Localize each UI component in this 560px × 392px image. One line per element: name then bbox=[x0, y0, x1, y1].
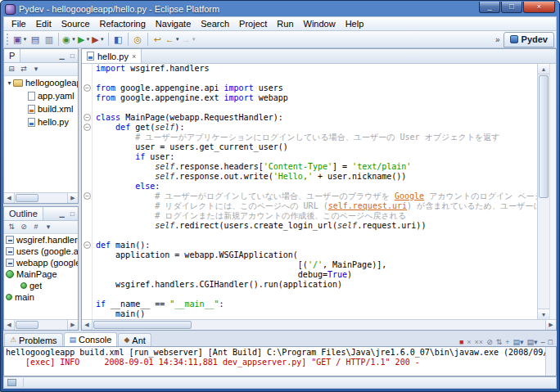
minimize-view-icon[interactable]: – bbox=[541, 339, 545, 346]
menu-run[interactable]: Run bbox=[272, 18, 298, 29]
tree-item-build-xml[interactable]: build.xml bbox=[4, 102, 78, 115]
run-external-tools-button[interactable]: ▶▼ bbox=[91, 32, 105, 47]
outline-item-get[interactable]: get bbox=[4, 280, 78, 291]
menu-file[interactable]: File bbox=[7, 18, 31, 29]
outline-item-mainpage[interactable]: MainPage bbox=[4, 268, 78, 280]
outline-item-main[interactable]: main bbox=[4, 291, 78, 303]
scroll-right-icon[interactable]: ▶ bbox=[67, 320, 78, 330]
scrollbar-thumb[interactable] bbox=[93, 321, 192, 329]
maximize-button[interactable]: □ bbox=[501, 2, 522, 13]
console-tab-console[interactable]: ▤Console bbox=[64, 332, 118, 346]
terminate-icon[interactable]: ■ bbox=[459, 339, 463, 346]
dropdown-arrow-icon[interactable]: ▼ bbox=[192, 37, 196, 42]
dropdown-arrow-icon[interactable]: ▼ bbox=[85, 37, 90, 42]
scroll-right-icon[interactable]: ▶ bbox=[67, 193, 78, 203]
menu-project[interactable]: Project bbox=[234, 18, 272, 29]
console-tab-problems[interactable]: ⚠Problems bbox=[4, 333, 63, 346]
outline-item-webapp[interactable]: webapp (google.appengine.ext) bbox=[4, 257, 78, 268]
toolbar-drag-handle[interactable] bbox=[7, 34, 10, 45]
editor-tab-hello-py[interactable]: hello.py × bbox=[82, 49, 142, 63]
package-explorer-hscrollbar[interactable]: ◀ ▶ bbox=[4, 192, 78, 203]
link-with-editor-icon[interactable]: ⇄ bbox=[18, 65, 29, 73]
close-icon[interactable]: × bbox=[132, 52, 136, 61]
fold-collapse-icon[interactable]: − bbox=[84, 84, 91, 92]
outline-list[interactable]: wsgiref.handlersusers (google.appengine.… bbox=[4, 234, 78, 319]
hide-comments-icon[interactable]: # bbox=[30, 223, 42, 231]
maximize-view-icon[interactable]: □ bbox=[67, 52, 78, 60]
remove-all-launches-icon[interactable]: ×× bbox=[475, 339, 484, 346]
fold-collapse-icon[interactable]: − bbox=[84, 192, 91, 200]
fold-collapse-icon[interactable]: − bbox=[84, 241, 91, 249]
dropdown-arrow-icon[interactable]: ▼ bbox=[175, 37, 180, 42]
view-menu-icon[interactable]: ▾ bbox=[43, 223, 54, 231]
back-button[interactable]: ←▼ bbox=[165, 32, 181, 47]
package-explorer-tree[interactable]: ▾hellogoogleappapp.yamlbuild.xmlhello.py bbox=[4, 76, 78, 192]
debug-button[interactable]: ◉▼ bbox=[61, 32, 77, 47]
maximize-view-icon[interactable]: □ bbox=[67, 210, 78, 218]
new-pydev-module-button[interactable]: ◧ bbox=[111, 32, 125, 47]
tree-item-hello-py[interactable]: hello.py bbox=[4, 115, 78, 128]
display-selected-console-icon[interactable]: ▤▾ bbox=[513, 339, 523, 346]
save-button[interactable]: ▤ bbox=[28, 32, 42, 47]
dropdown-arrow-icon[interactable]: ▼ bbox=[71, 37, 76, 42]
editor-hscrollbar[interactable]: ◀ ▶ bbox=[82, 319, 556, 330]
scroll-right-icon[interactable]: ▶ bbox=[545, 320, 556, 330]
outline-tab[interactable]: Outline bbox=[4, 207, 43, 220]
menu-edit[interactable]: Edit bbox=[31, 18, 56, 29]
view-menu-icon[interactable]: ▾ bbox=[30, 65, 42, 73]
console-vscrollbar[interactable] bbox=[545, 347, 556, 376]
scroll-left-icon[interactable]: ◀ bbox=[4, 320, 15, 330]
menu-search[interactable]: Search bbox=[196, 18, 234, 29]
minimize-view-icon[interactable]: ▁ bbox=[56, 210, 67, 218]
menu-source[interactable]: Source bbox=[56, 18, 95, 29]
dropdown-arrow-icon[interactable]: ▼ bbox=[100, 37, 105, 42]
forward-button[interactable]: →▼ bbox=[181, 32, 197, 47]
outline-item-users[interactable]: users (google.appengine.api) bbox=[4, 246, 78, 257]
menu-navigate[interactable]: Navigate bbox=[151, 18, 196, 29]
perspective-overflow-chevron[interactable]: » bbox=[495, 35, 500, 44]
expander-icon[interactable]: ▾ bbox=[6, 79, 13, 87]
scrollbar-thumb[interactable] bbox=[16, 321, 38, 329]
remove-launch-icon[interactable]: × bbox=[467, 339, 471, 346]
search-button[interactable]: ◎ bbox=[131, 32, 145, 47]
fold-collapse-icon[interactable]: − bbox=[84, 124, 91, 131]
tree-item-hellogoogleapp[interactable]: ▾hellogoogleapp bbox=[4, 76, 78, 89]
new-wizard-button[interactable]: ▣▼ bbox=[12, 32, 28, 47]
scroll-down-icon[interactable]: ▼ bbox=[538, 309, 549, 319]
tree-item-app-yaml[interactable]: app.yaml bbox=[4, 89, 78, 102]
menu-help[interactable]: Help bbox=[341, 18, 369, 29]
package-explorer-tab[interactable]: P bbox=[4, 49, 20, 62]
titlebar[interactable]: Pydev - hellogoogleapp/hello.py - Eclips… bbox=[3, 1, 557, 16]
last-edit-location-button[interactable]: ↩ bbox=[151, 32, 165, 47]
outline-item-wsgiref-handlers[interactable]: wsgiref.handlers bbox=[4, 234, 78, 246]
collapse-all-icon[interactable]: ⊟ bbox=[6, 65, 17, 73]
hide-imports-icon[interactable]: ⊘ bbox=[18, 223, 29, 231]
scroll-left-icon[interactable]: ◀ bbox=[4, 193, 15, 203]
minimize-button[interactable]: _ bbox=[479, 2, 500, 13]
scrollbar-thumb[interactable] bbox=[16, 194, 38, 202]
outline-hscrollbar[interactable]: ◀ ▶ bbox=[4, 319, 78, 330]
scroll-lock-icon[interactable]: ⇅ bbox=[496, 339, 503, 346]
perspective-button-pydev[interactable]: Pydev bbox=[504, 32, 554, 47]
clear-console-icon[interactable]: ⊘ bbox=[486, 339, 493, 346]
sort-alphabetical-icon[interactable]: ⇅ bbox=[6, 223, 17, 231]
editor-vscrollbar[interactable]: ▲ ▼ bbox=[537, 64, 549, 319]
pin-console-icon[interactable]: + bbox=[505, 339, 509, 346]
run-button[interactable]: ▶▼ bbox=[77, 32, 91, 47]
menu-refactoring[interactable]: Refactoring bbox=[95, 18, 151, 29]
fold-collapse-icon[interactable]: − bbox=[84, 114, 91, 121]
scroll-up-icon[interactable]: ▲ bbox=[538, 64, 549, 74]
fast-view-button[interactable] bbox=[7, 379, 16, 386]
open-console-icon[interactable]: ▤▾ bbox=[527, 339, 538, 346]
code-editor[interactable]: import wsgiref.handlers−from google.appe… bbox=[82, 64, 537, 319]
maximize-view-icon[interactable]: □ bbox=[549, 339, 553, 346]
dropdown-arrow-icon[interactable]: ▼ bbox=[22, 37, 27, 42]
close-button[interactable]: × bbox=[523, 2, 555, 13]
print-button[interactable]: ▥ bbox=[42, 32, 56, 47]
console-tab-ant[interactable]: ◆Ant bbox=[118, 333, 151, 346]
scrollbar-thumb[interactable] bbox=[539, 75, 549, 198]
console-output[interactable]: hellogoogleapp build.xml [run_webserver]… bbox=[4, 347, 545, 376]
minimize-view-icon[interactable]: ▁ bbox=[56, 52, 67, 60]
overview-ruler[interactable] bbox=[549, 64, 556, 319]
menu-window[interactable]: Window bbox=[299, 18, 341, 29]
